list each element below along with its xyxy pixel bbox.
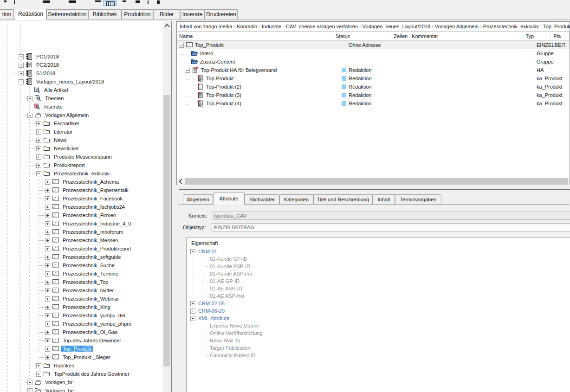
property-01-kunde-asp-frei[interactable]: 01-Kunde ASP-frei (187, 270, 570, 277)
expand-plus-icon[interactable] (45, 280, 50, 285)
expand-plus-icon[interactable] (45, 288, 50, 293)
table-row[interactable]: Top-ProduktRedaktionka_Produkt (177, 74, 570, 83)
expand-plus-icon[interactable] (36, 129, 41, 135)
expand-plus-icon[interactable] (45, 180, 50, 185)
tree-item-prozesstechnik-messen[interactable]: „“Prozesstechnik_Messen (0, 236, 163, 244)
tab-redaktion[interactable]: Redaktion (15, 8, 46, 20)
column-header-kommentar[interactable]: Kommentar (409, 32, 524, 40)
column-header-zeilen[interactable]: Zeilen (391, 32, 409, 40)
detail-tab-kategorien[interactable]: Kategorien (279, 194, 313, 204)
scroll-left-button[interactable] (177, 178, 185, 185)
expand-plus-icon[interactable] (19, 54, 24, 59)
detail-tab-titel-und-beschreibung[interactable]: Titel und Beschreibung (313, 194, 373, 204)
scrollbar-thumb[interactable] (185, 178, 568, 185)
collapse-minus-icon[interactable] (19, 79, 24, 84)
property-target-publication[interactable]: Target Publication (187, 344, 570, 352)
tree-item-prozesstechnik-yumpu-dei[interactable]: „“Prozesstechnik_yumpu_dei (0, 311, 163, 320)
tree-item-rubriken[interactable]: Rubriken (0, 361, 163, 370)
tree-item-vorlagen-he[interactable]: Vorlagen_he (0, 386, 163, 392)
tree-item-vorlagen-allgemein[interactable]: Vorlagen Allgemein (0, 111, 163, 119)
tree-item-prozesstechnik-yumpu-phpro[interactable]: „“Prozesstechnik_yumpu_phpro (0, 320, 163, 328)
expand-plus-icon[interactable] (45, 230, 50, 235)
expand-plus-icon[interactable] (19, 71, 24, 76)
tab-tion[interactable]: tion (0, 9, 14, 19)
tree-item-prozesstechnik-achema[interactable]: „“Prozesstechnik_Achema (0, 178, 163, 186)
expand-plus-icon[interactable] (45, 246, 50, 251)
expand-plus-icon[interactable] (36, 363, 41, 368)
collapse-minus-icon[interactable] (190, 316, 195, 321)
tree-item-prozesstechnik-firmen[interactable]: „“Prozesstechnik_Firmen (0, 211, 163, 219)
expand-plus-icon[interactable] (27, 96, 32, 101)
tab-inserate[interactable]: Inserate (180, 9, 205, 19)
expand-plus-icon[interactable] (27, 380, 32, 385)
expand-plus-icon[interactable] (45, 355, 50, 360)
tree-item-vorlagen-br[interactable]: Vorlagen_br (0, 378, 163, 386)
table-row[interactable]: Top-Produkt (2)Redaktionka_Produkt (177, 83, 570, 91)
objekttyp-field[interactable] (212, 223, 570, 231)
expand-plus-icon[interactable] (45, 338, 50, 343)
tree-item-prozesstechnik-expertentalk[interactable]: „“Prozesstechnik_Expertentalk (0, 186, 163, 194)
tree-item-news[interactable]: News (0, 136, 163, 144)
expand-plus-icon[interactable] (45, 205, 50, 210)
expand-plus-icon[interactable] (190, 301, 195, 306)
tree-item-top-produkt-sieger[interactable]: „“Top_Produkt _Sieger (0, 353, 163, 361)
table-row[interactable]: Top-Produkt (4)Redaktionka_Produkt (177, 99, 570, 108)
collapse-minus-icon[interactable] (27, 113, 32, 118)
property-01-ae-gp-id[interactable]: 01-AE GP-ID (187, 277, 570, 285)
tree-vertical-scrollbar[interactable] (163, 21, 171, 392)
property-01-kunde-gp-id[interactable]: 01-Kunde GP-ID (187, 255, 570, 263)
property-express-news-datum[interactable]: Express News Datum (187, 322, 570, 329)
tree-item-pc1-2018[interactable]: PC1/2018 (0, 52, 163, 61)
detail-tab-terminvorgaben[interactable]: Terminvorgaben (395, 194, 441, 204)
toolbar-icon-fragment[interactable] (69, 0, 76, 3)
expand-plus-icon[interactable] (36, 121, 41, 126)
expand-plus-icon[interactable] (45, 221, 50, 226)
property-crm-06-20[interactable]: CRM-06-20 (187, 307, 570, 315)
tree-item-prozesstechnik-öl-gas[interactable]: „“Prozesstechnik_Öl_Gas (0, 328, 163, 336)
tree-item-prozesstechnik-softguide[interactable]: „“Prozesstechnik_softguide (0, 253, 163, 261)
property-xml-attribute[interactable]: XML-Attribute (187, 315, 570, 322)
property-news-mail-to[interactable]: News Mail To (187, 337, 570, 344)
toolbar-icon-fragment[interactable] (95, 0, 101, 2)
expand-plus-icon[interactable] (45, 271, 50, 276)
expand-plus-icon[interactable] (45, 313, 50, 318)
tree-item-prozesstechnik-fachjobs24[interactable]: „“Prozesstechnik_fachjobs24 (0, 203, 163, 211)
column-header-pla[interactable]: Pla (551, 32, 570, 40)
expand-plus-icon[interactable] (36, 372, 41, 377)
collapse-minus-icon[interactable] (36, 171, 41, 176)
tree-item-prozesstechnik-industrie-4-0[interactable]: „“Prozesstechnik_Industrie_4_0 (0, 219, 163, 228)
expand-plus-icon[interactable] (45, 263, 50, 268)
tree-item-themen[interactable]: Themen (0, 94, 163, 103)
expand-plus-icon[interactable] (45, 347, 50, 352)
collapse-minus-icon[interactable] (190, 249, 195, 254)
tree-item-literatur[interactable]: Literatur (0, 128, 163, 136)
tree-item-pc2-2018[interactable]: PC2/2018 (0, 61, 163, 69)
expand-plus-icon[interactable] (36, 138, 41, 143)
property-online-veröffentlichung[interactable]: Online Veröffentlichung (187, 329, 570, 337)
tree-item-prozesstechnik-termine[interactable]: „“Prozesstechnik_Termine (0, 270, 163, 278)
detail-tab-inhalt[interactable]: Inhalt (373, 194, 395, 204)
kontext-field[interactable] (212, 212, 570, 220)
column-header-typ[interactable]: Typ (523, 32, 551, 40)
table-row[interactable]: Zusatz-ContentGruppe (177, 58, 570, 66)
tree-item-s1-2018[interactable]: S1/2018 (0, 69, 163, 77)
expand-plus-icon[interactable] (36, 154, 41, 160)
table-row[interactable]: Top-Produkt (3)Redaktionka_Produkt (177, 91, 570, 99)
expand-plus-icon[interactable] (45, 255, 50, 260)
tree-item-prozesstechnik-facebook[interactable]: „“Prozesstechnik_Facebook (0, 194, 163, 203)
toolbar-table-button[interactable] (103, 0, 117, 6)
expand-plus-icon[interactable] (45, 238, 50, 243)
tree-item-prozesstechnik-suche[interactable]: „“Prozesstechnik_Suche (0, 261, 163, 270)
expand-plus-icon[interactable] (45, 321, 50, 327)
tree-item-fachartikel[interactable]: Fachartikel (0, 119, 163, 128)
property-01-ae-asp-frei[interactable]: 01-AE ASP-frei (187, 292, 570, 300)
expand-plus-icon[interactable] (190, 308, 195, 314)
expand-plus-icon[interactable] (36, 163, 41, 168)
toolbar-icon-fragment[interactable] (148, 0, 149, 4)
tree-item-top-produkt[interactable]: „“Top_Produkt (0, 345, 163, 353)
property-crm-02-05[interactable]: CRM-02-05 (187, 300, 570, 307)
tree-item-produktreport[interactable]: Produktreport (0, 161, 163, 169)
toolbar-icon-fragment[interactable] (43, 0, 50, 3)
tree-item-alle-artikel[interactable]: Alle Artikel (0, 86, 163, 94)
expand-plus-icon[interactable] (45, 213, 50, 218)
